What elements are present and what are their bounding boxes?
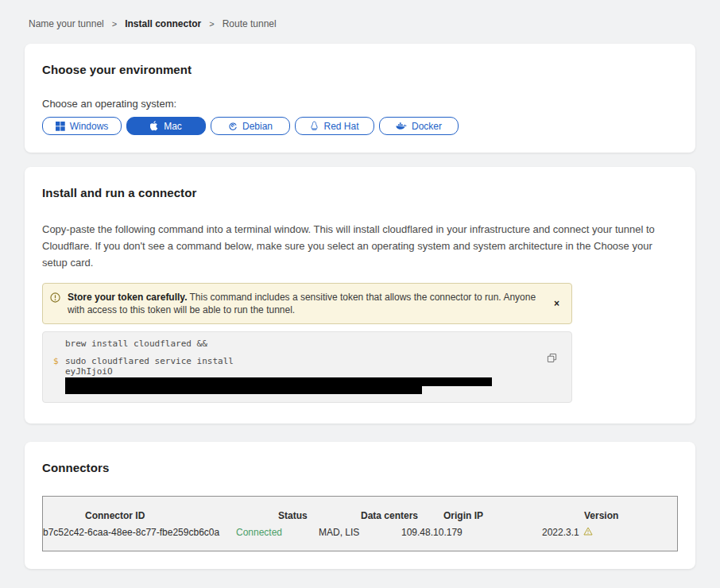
windows-icon <box>56 122 65 131</box>
debian-icon <box>228 122 238 131</box>
column-header-data-centers: Data centers <box>361 510 443 521</box>
connectors-table: Connector ID Status Data centers Origin … <box>42 496 678 551</box>
status-badge: Connected <box>236 527 319 538</box>
breadcrumb-step-name-your-tunnel[interactable]: Name your tunnel <box>29 18 104 29</box>
breadcrumb-step-install-connector[interactable]: Install connector <box>125 18 201 29</box>
breadcrumb-separator: > <box>209 19 214 29</box>
banner-title: Store your token carefully. <box>68 292 188 303</box>
token-line: eyJhIjoiO <box>53 367 532 386</box>
os-button-debian[interactable]: Debian <box>211 117 290 135</box>
origin-ip-cell: 109.48.10.179 <box>401 527 542 538</box>
column-header-version: Version <box>584 510 677 521</box>
redacted-token-bar <box>65 377 492 386</box>
breadcrumb: Name your tunnel > Install connector > R… <box>0 0 720 29</box>
connectors-card: Connectors Connector ID Status Data cent… <box>25 442 695 569</box>
token-warning-banner: Store your token carefully.This command … <box>42 283 572 324</box>
copy-command-button[interactable] <box>547 353 557 366</box>
breadcrumb-step-route-tunnel[interactable]: Route tunnel <box>223 18 277 29</box>
tux-icon <box>310 121 319 131</box>
os-button-label: Debian <box>242 121 273 132</box>
command-code-block: brew install cloudflared && $ sudo cloud… <box>42 331 572 403</box>
code-line-brew: brew install cloudflared && <box>53 338 532 350</box>
shell-prompt: $ <box>53 356 65 367</box>
banner-close-icon[interactable]: × <box>552 296 561 311</box>
os-button-label: Windows <box>70 121 109 132</box>
column-header-origin-ip: Origin IP <box>443 510 584 521</box>
install-card-title: Install and run a connector <box>42 186 678 199</box>
os-select-label: Choose an operating system: <box>42 98 678 110</box>
column-header-connector-id: Connector ID <box>85 510 278 521</box>
os-button-docker[interactable]: Docker <box>379 117 459 135</box>
version-cell: 2022.3.1 <box>542 527 677 538</box>
banner-text: Store your token carefully.This command … <box>68 291 536 316</box>
version-value: 2022.3.1 <box>542 527 579 538</box>
os-button-mac[interactable]: Mac <box>126 117 206 135</box>
table-header-row: Connector ID Status Data centers Origin … <box>43 497 677 521</box>
environment-card: Choose your environment Choose an operat… <box>25 44 695 153</box>
apple-icon <box>150 121 159 131</box>
install-card: Install and run a connector Copy-paste t… <box>25 167 695 424</box>
docker-whale-icon <box>396 122 407 130</box>
os-button-label: Mac <box>164 121 182 132</box>
column-header-status: Status <box>278 510 361 521</box>
install-description: Copy-paste the following command into a … <box>42 221 676 271</box>
os-button-windows[interactable]: Windows <box>42 117 122 135</box>
warning-circle-icon <box>50 292 60 306</box>
os-button-redhat[interactable]: Red Hat <box>295 117 374 135</box>
breadcrumb-separator: > <box>112 19 117 29</box>
warning-triangle-icon <box>583 527 593 538</box>
token-prefix: eyJhIjoiO <box>65 366 113 377</box>
environment-card-title: Choose your environment <box>42 63 678 76</box>
copy-icon <box>547 354 557 366</box>
os-button-row: Windows Mac Debian <box>42 117 678 135</box>
redacted-token-bar-2 <box>65 386 422 394</box>
os-button-label: Docker <box>412 121 442 132</box>
connectors-card-title: Connectors <box>42 461 678 474</box>
data-centers-cell: MAD, LIS <box>319 527 401 538</box>
os-button-label: Red Hat <box>323 121 358 132</box>
table-row: b7c52c42-6caa-48ee-8c77-fbe259cb6c0a Con… <box>43 521 677 551</box>
code-line-sudo: $ sudo cloudflared service install <box>53 356 532 367</box>
connector-id-cell: b7c52c42-6caa-48ee-8c77-fbe259cb6c0a <box>43 527 236 538</box>
